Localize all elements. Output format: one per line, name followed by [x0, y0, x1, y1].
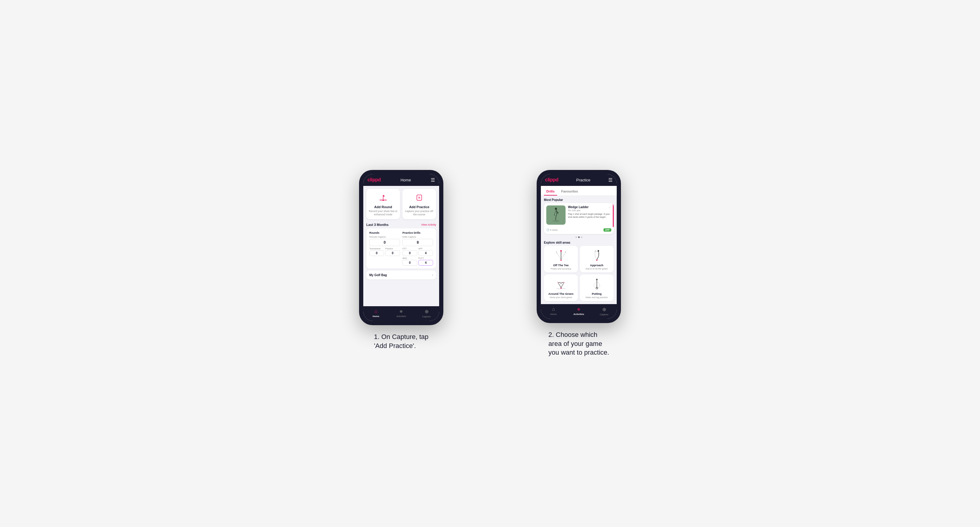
page-wrapper: clippd Home ☰ [325, 170, 655, 357]
app-logo-1: clippd [368, 177, 381, 183]
svg-point-13 [560, 250, 562, 251]
drills-sub-stats: OTT 0 APP 4 [402, 248, 433, 256]
svg-point-7 [552, 220, 560, 222]
skill-approach[interactable]: Approach Dial-in to hit the green [580, 246, 614, 273]
ott-name: Off The Tee [553, 264, 569, 267]
section-header: Last 3 Months View Activity [363, 222, 439, 228]
practice-screen-content: Drills Favourites Most Popular [541, 186, 617, 304]
drills-col: Practice Drills Drills Capture 8 OTT 0 [402, 231, 433, 266]
tab-drills[interactable]: Drills [544, 188, 557, 195]
add-practice-title: Add Practice [409, 205, 429, 209]
nav-home-label: Home [372, 315, 379, 317]
svg-point-21 [557, 282, 558, 283]
action-cards: Add Round Record your shots fast or enha… [363, 186, 439, 222]
arg-label: ARG [402, 257, 417, 259]
ott-value: 0 [402, 250, 417, 256]
dot-1 [576, 237, 577, 238]
approach-name: Approach [590, 264, 603, 267]
skill-grid: Off The Tee Power and accuracy [541, 246, 617, 304]
caption-1: 1. On Capture, tap'Add Practice'. [374, 332, 429, 350]
add-round-icon [378, 192, 388, 203]
featured-info: Wedge Ladder 50–100 yds ☆ Play 1 shot at… [568, 205, 611, 219]
nav2-activities[interactable]: ⎈ Activities [566, 306, 592, 316]
tournament-label: Tournament [369, 248, 384, 250]
shots-count: 9 shots [550, 229, 558, 231]
nav2-home-label: Home [550, 313, 557, 316]
ott-stat: OTT 0 [402, 248, 417, 256]
view-activity-link[interactable]: View Activity [421, 223, 436, 226]
tab-favourites[interactable]: Favourites [559, 188, 581, 195]
featured-card[interactable]: Wedge Ladder 50–100 yds ☆ Play 1 shot at… [544, 203, 614, 234]
putt-value: 4 [418, 260, 433, 266]
featured-info-wrap: Wedge Ladder 50–100 yds ☆ Play 1 shot at… [568, 205, 611, 225]
ott-diagram [554, 249, 568, 262]
star-icon[interactable]: ☆ [608, 205, 611, 210]
featured-yardage: 50–100 yds [568, 209, 589, 212]
svg-point-15 [565, 251, 566, 253]
approach-desc: Dial-in to hit the green [586, 267, 608, 270]
practice-stat: Practice 0 [385, 248, 400, 256]
nav-activities[interactable]: ⎈ Activities [388, 309, 414, 318]
skill-off-the-tee[interactable]: Off The Tee Power and accuracy [544, 246, 578, 273]
nav2-capture[interactable]: ⊕ Capture [592, 306, 617, 316]
explore-label: Explore skill areas [541, 240, 617, 246]
putting-diagram [589, 277, 605, 290]
phone-section-1: clippd Home ☰ [325, 170, 478, 350]
add-practice-card[interactable]: Add Practice Capture your practice off-t… [402, 189, 436, 219]
featured-title: Wedge Ladder [568, 205, 589, 209]
app-header-2: clippd Practice ☰ [541, 174, 617, 186]
svg-point-26 [596, 279, 597, 280]
chevron-right-icon: › [432, 273, 433, 277]
approach-diagram [589, 249, 605, 262]
app-header-title-1: Home [401, 178, 411, 182]
add-round-title: Add Round [374, 205, 392, 209]
drills-sub-stats-2: ARG 0 PUTT 4 [402, 257, 433, 266]
caption-2: 2. Choose whicharea of your gameyou want… [548, 330, 609, 357]
tabs-bar: Drills Favourites [541, 186, 617, 196]
golf-bag-label: My Golf Bag [369, 273, 387, 277]
practice-value: 0 [385, 250, 400, 256]
drills-value: 8 [402, 239, 433, 246]
rounds-col: Rounds Rounds Capture 0 Tournament 0 [369, 231, 400, 266]
my-golf-bag[interactable]: My Golf Bag › [366, 270, 436, 279]
practice-label: Practice [385, 248, 400, 250]
ott-label: OTT [402, 248, 417, 250]
stats-row: Rounds Rounds Capture 0 Tournament 0 [369, 231, 433, 266]
hamburger-icon-2[interactable]: ☰ [608, 177, 612, 183]
putting-desc: Make and lag practice [586, 296, 608, 299]
tournament-value: 0 [369, 250, 384, 256]
featured-card-inner-wrap: Wedge Ladder 50–100 yds ☆ Play 1 shot at… [544, 203, 614, 227]
clock-icon: 🕐 [546, 229, 549, 231]
activities-icon-2: ⎈ [577, 306, 580, 312]
activities-icon: ⎈ [400, 309, 403, 314]
skill-putting[interactable]: Putting Make and lag practice [580, 274, 614, 301]
capture-icon: ⊕ [425, 309, 429, 314]
skill-around-green[interactable]: Around The Green Hone your short game [544, 274, 578, 301]
home-icon-2: ⌂ [552, 306, 555, 312]
atg-name: Around The Green [548, 292, 573, 295]
svg-point-17 [597, 250, 599, 251]
app-label: APP [418, 248, 433, 250]
nav-capture[interactable]: ⊕ Capture [414, 309, 439, 318]
stats-container: Rounds Rounds Capture 0 Tournament 0 [366, 228, 436, 268]
svg-line-10 [557, 252, 561, 260]
arg-value: 0 [402, 260, 417, 266]
add-practice-subtitle: Capture your practice off-the-course [405, 210, 434, 216]
hamburger-icon-1[interactable]: ☰ [431, 177, 435, 183]
app-value: 4 [418, 250, 433, 256]
add-round-subtitle: Record your shots fast or enhanced mode [369, 210, 398, 216]
putting-name: Putting [592, 292, 602, 295]
putt-stat: PUTT 4 [418, 257, 433, 266]
nav2-capture-label: Capture [600, 313, 608, 316]
phone-frame-2: clippd Practice ☰ Drills Favourites Most… [537, 170, 621, 323]
home-screen-content: Add Round Record your shots fast or enha… [363, 186, 439, 306]
featured-footer: 🕐 9 shots APP [544, 227, 614, 234]
svg-point-16 [596, 260, 597, 261]
svg-point-18 [595, 250, 596, 251]
most-popular-label: Most Popular [541, 196, 617, 203]
add-round-card[interactable]: Add Round Record your shots fast or enha… [366, 189, 400, 219]
dot-2 [578, 237, 580, 238]
nav2-home[interactable]: ⌂ Home [541, 306, 566, 316]
nav-activities-label: Activities [396, 315, 406, 317]
nav-home[interactable]: ⌂ Home [363, 309, 388, 318]
